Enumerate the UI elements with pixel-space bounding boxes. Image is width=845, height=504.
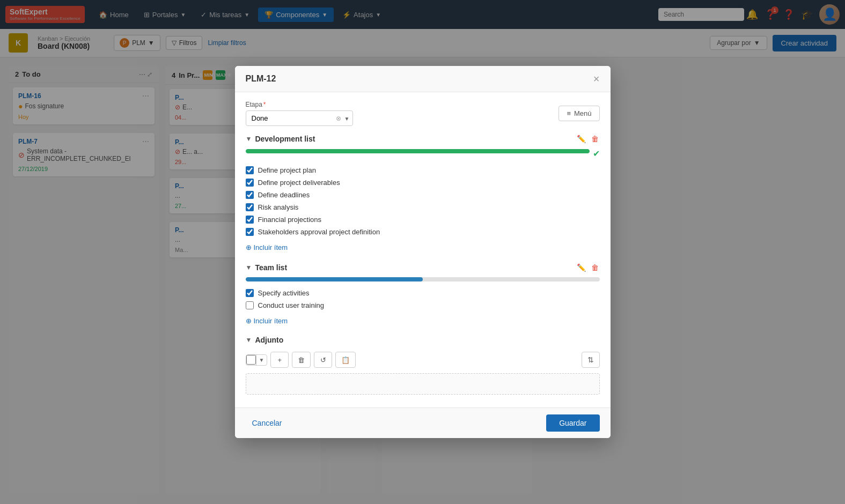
modal: PLM-12 × Etapa * Done ⊗ ▼ — [235, 66, 611, 438]
select-arrow-icon: ▼ — [344, 115, 350, 121]
dev-checkbox-1[interactable] — [246, 166, 254, 174]
checklist-development-delete-button[interactable]: 🗑 — [590, 134, 600, 144]
dev-item-text-5: Financial projections — [258, 216, 322, 224]
team-item-1: Specify activities — [246, 287, 600, 299]
dev-item-text-4: Risk analysis — [258, 203, 299, 211]
dev-checkbox-6[interactable] — [246, 228, 254, 236]
menu-button[interactable]: ≡ Menú — [559, 106, 599, 121]
checklist-development-title-wrap[interactable]: ▼ Development list — [246, 135, 315, 143]
adjunto-checkbox-arrow-icon[interactable]: ▼ — [256, 355, 267, 365]
add-icon: + — [278, 356, 282, 364]
team-add-icon: ⊕ — [246, 317, 252, 325]
checklist-development-title: Development list — [255, 135, 315, 143]
checklist-development-actions: ✏️ 🗑 — [576, 134, 600, 144]
modal-close-button[interactable]: × — [593, 73, 600, 84]
dev-item-text-3: Define deadlines — [258, 191, 310, 199]
dev-item-2: Define project deliverables — [246, 176, 600, 189]
adjunto-title: Adjunto — [255, 336, 283, 344]
adjunto-sort-button[interactable]: ⇅ — [582, 352, 600, 368]
checklist-team-title: Team list — [255, 263, 287, 272]
dev-item-3: Define deadlines — [246, 189, 600, 201]
adjunto-add-button[interactable]: + — [270, 352, 289, 368]
team-progress-bar — [246, 277, 423, 281]
adjunto-delete-button[interactable]: 🗑 — [292, 352, 311, 368]
modal-footer: Cancelar Guardar — [235, 407, 611, 438]
delete-icon: 🗑 — [298, 356, 305, 364]
required-indicator: * — [263, 101, 266, 108]
dev-checkbox-2[interactable] — [246, 179, 254, 187]
adjunto-checkbox[interactable] — [246, 355, 256, 365]
refresh-icon: ↺ — [320, 356, 326, 364]
dev-item-text-1: Define project plan — [258, 166, 316, 174]
checklist-team-header: ▼ Team list ✏️ 🗑 — [246, 262, 600, 273]
team-item-2: Conduct user training — [246, 299, 600, 312]
adjunto-table-area — [246, 373, 600, 395]
team-item-text-2: Conduct user training — [258, 301, 325, 309]
checklist-team-actions: ✏️ 🗑 — [576, 262, 600, 273]
team-progress-bar-wrap — [246, 277, 600, 281]
checklist-team-toggle-icon: ▼ — [246, 264, 252, 271]
checklist-development-header: ▼ Development list ✏️ 🗑 — [246, 134, 600, 144]
checklist-development-edit-button[interactable]: ✏️ — [576, 134, 587, 144]
stage-select-wrap: Done ⊗ ▼ — [246, 110, 353, 126]
save-button[interactable]: Guardar — [546, 414, 599, 432]
adjunto-refresh-button[interactable]: ↺ — [314, 352, 332, 368]
dev-checkbox-5[interactable] — [246, 216, 254, 224]
team-checkbox-1[interactable] — [246, 289, 254, 297]
sort-icon: ⇅ — [587, 355, 594, 364]
clipboard-icon: 📋 — [341, 356, 350, 364]
dev-add-icon: ⊕ — [246, 243, 252, 251]
adjunto-toggle-icon: ▼ — [246, 336, 252, 344]
checklist-team-delete-button[interactable]: 🗑 — [590, 262, 600, 273]
stage-label: Etapa * — [246, 101, 353, 108]
dev-add-item-button[interactable]: ⊕ Incluir ítem — [246, 241, 288, 254]
dev-item-text-6: Stakeholders approval project definition — [258, 228, 380, 236]
development-progress-bar — [246, 149, 590, 153]
adjunto-toolbar: ▼ + 🗑 ↺ 📋 ⇅ — [246, 350, 600, 370]
team-add-item-button[interactable]: ⊕ Incluir ítem — [246, 315, 288, 327]
dev-item-text-2: Define project deliverables — [258, 179, 340, 187]
cancel-button[interactable]: Cancelar — [246, 416, 289, 431]
checklist-team-edit-button[interactable]: ✏️ — [576, 262, 587, 273]
modal-overlay: PLM-12 × Etapa * Done ⊗ ▼ — [0, 0, 845, 504]
modal-body: Etapa * Done ⊗ ▼ ≡ Menú — [235, 92, 611, 407]
dev-item-5: Financial projections — [246, 213, 600, 226]
dev-checkbox-4[interactable] — [246, 203, 254, 211]
adjunto-clipboard-button[interactable]: 📋 — [335, 352, 356, 368]
menu-icon: ≡ — [567, 109, 571, 117]
dev-item-6: Stakeholders approval project definition — [246, 226, 600, 238]
checklist-development: ▼ Development list ✏️ 🗑 ✔ — [246, 134, 600, 254]
team-item-text-1: Specify activities — [258, 289, 310, 297]
stage-field-row: Etapa * Done ⊗ ▼ ≡ Menú — [246, 101, 600, 126]
dev-item-1: Define project plan — [246, 164, 600, 176]
development-progress-bar-wrap — [246, 149, 590, 153]
adjunto-checkbox-wrap: ▼ — [246, 354, 268, 366]
team-checkbox-2[interactable] — [246, 301, 254, 309]
checklist-team: ▼ Team list ✏️ 🗑 Specify activities — [246, 262, 600, 327]
select-clear-icon[interactable]: ⊗ — [336, 115, 341, 122]
dev-checkbox-3[interactable] — [246, 191, 254, 199]
modal-title: PLM-12 — [246, 74, 276, 84]
modal-header: PLM-12 × — [235, 66, 611, 92]
dev-item-4: Risk analysis — [246, 201, 600, 213]
adjunto-section: ▼ Adjunto ▼ + 🗑 ↺ — [246, 336, 600, 395]
checklist-team-title-wrap[interactable]: ▼ Team list — [246, 263, 288, 272]
adjunto-header[interactable]: ▼ Adjunto — [246, 336, 600, 344]
development-progress-complete-icon: ✔ — [593, 149, 600, 159]
checklist-development-toggle-icon: ▼ — [246, 135, 252, 143]
